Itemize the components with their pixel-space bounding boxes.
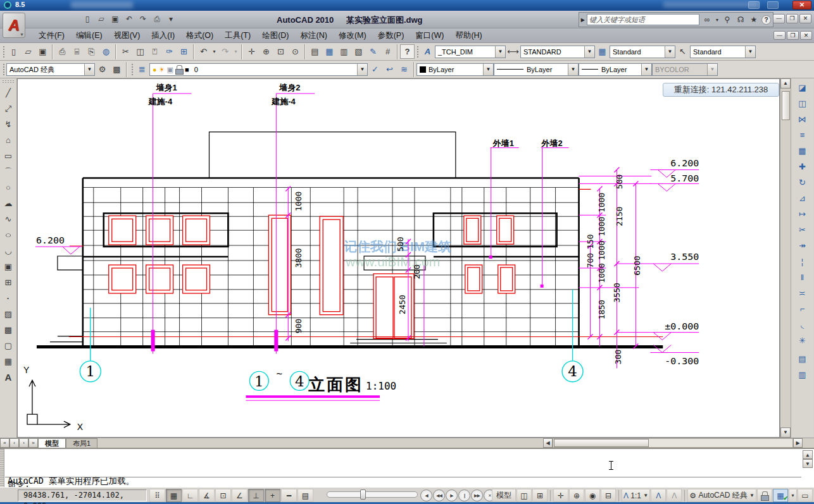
chamfer-button[interactable]: ⌐ <box>794 301 811 317</box>
showmotion-icon[interactable]: ⊟ <box>601 489 616 502</box>
menu-dimension[interactable]: 标注(N) <box>295 29 333 42</box>
table-style-dropdown[interactable]: Standard▼ <box>610 46 675 58</box>
toolbar-grip[interactable] <box>2 63 5 77</box>
my-workspace-icon[interactable]: ▩ <box>110 62 124 77</box>
workspace-switch-button[interactable]: ⚙ AutoCAD 经典 ▼ <box>687 489 756 502</box>
cut-button[interactable]: ✂ <box>118 44 133 59</box>
arc-button[interactable]: ⌒ <box>1 164 16 180</box>
properties-button[interactable]: ▤ <box>308 44 322 59</box>
match-properties-button[interactable]: ✑ <box>162 44 177 59</box>
help-icon[interactable]: ? <box>761 15 771 25</box>
step-back-button[interactable]: ◀ <box>420 489 432 501</box>
circle-button[interactable]: ○ <box>1 180 16 195</box>
designcenter-button[interactable]: ▦ <box>322 44 337 59</box>
stretch-button[interactable]: ↦ <box>794 206 811 222</box>
search-icon[interactable]: ∞ <box>701 14 713 25</box>
break-button[interactable]: ‖ <box>794 269 811 285</box>
chevron-down-icon[interactable]: ▼ <box>568 64 578 75</box>
menu-view[interactable]: 视图(V) <box>108 29 146 42</box>
toolbar-grip[interactable] <box>2 45 5 59</box>
mleader-style-icon[interactable]: ↖ <box>675 44 690 59</box>
layer-on-bulb-icon[interactable]: ● <box>153 66 157 73</box>
forward-button[interactable]: ▶▶ <box>471 489 483 501</box>
text-style-icon[interactable]: A <box>420 44 435 59</box>
point-button[interactable]: · <box>1 290 16 306</box>
command-splitter-handle[interactable] <box>0 449 4 487</box>
ortho-toggle[interactable]: ∟ <box>182 489 198 502</box>
scrollbar-thumb[interactable] <box>782 91 790 120</box>
polygon-button[interactable]: ⌂ <box>1 132 16 148</box>
mleader-style-dropdown[interactable]: Standard▼ <box>690 46 756 58</box>
text-style-dropdown[interactable]: _TCH_DIM▼ <box>435 46 506 58</box>
dim-style-dropdown[interactable]: STANDARD▼ <box>520 46 595 58</box>
fillet-button[interactable]: ◟ <box>794 317 811 333</box>
tool-palettes-button[interactable]: ▥ <box>337 44 351 59</box>
tab-model[interactable]: 模型 <box>38 438 66 448</box>
revision-cloud-button[interactable]: ☁ <box>1 195 16 211</box>
dyn-toggle[interactable]: + <box>265 489 280 502</box>
menu-modify[interactable]: 修改(M) <box>333 29 372 42</box>
undo-button[interactable]: ↶ <box>196 44 211 59</box>
doc-minimize-button[interactable]: — <box>773 31 786 40</box>
chevron-down-icon[interactable]: ▼ <box>584 46 594 58</box>
favorites-star-icon[interactable]: ★ <box>748 14 760 25</box>
redo-button[interactable]: ↷ <box>137 13 149 25</box>
lineweight-dropdown[interactable]: ByLayer▼ <box>579 63 652 76</box>
trim-button[interactable]: ✂ <box>794 222 811 238</box>
steering-wheel-icon[interactable]: ◉ <box>585 489 600 502</box>
offset-button[interactable]: ≡ <box>794 127 811 143</box>
coordinates-readout[interactable]: 98438.761, -27014.102, 0.000 <box>18 489 147 501</box>
hatch-button[interactable]: ▨ <box>1 306 16 322</box>
layer-freeze-sun-icon[interactable]: ☀ <box>159 66 165 73</box>
menu-edit[interactable]: 编辑(E) <box>70 29 108 42</box>
snap-toggle[interactable]: ⠿ <box>149 489 165 502</box>
hscroll-left-icon[interactable]: ◀ <box>543 438 553 448</box>
send-to-back-button[interactable]: ▥ <box>794 367 811 383</box>
copy-button[interactable]: ◫ <box>133 44 147 59</box>
menu-window[interactable]: 窗口(W) <box>410 29 449 42</box>
minimize-button[interactable]: — <box>773 14 785 23</box>
spline-button[interactable]: ∿ <box>1 211 16 227</box>
zoom-realtime-button[interactable]: ⊕ <box>259 44 273 59</box>
toolbar-grip[interactable] <box>130 63 134 77</box>
chevron-down-icon[interactable]: ▼ <box>357 64 367 75</box>
menu-tools[interactable]: 工具(T) <box>219 29 256 42</box>
chevron-down-icon[interactable]: ▼ <box>84 64 94 75</box>
infocenter-search-input[interactable] <box>587 14 699 25</box>
sheetset-manager-button[interactable]: ▧ <box>351 44 366 59</box>
zoom-icon[interactable]: ⊕ <box>569 489 584 502</box>
layer-properties-manager-button[interactable]: ≣ <box>135 62 149 77</box>
redo-button[interactable]: ↷ <box>218 44 232 59</box>
layer-states-button[interactable]: ≋ <box>397 62 411 77</box>
quick-view-layouts-icon[interactable]: ◫ <box>517 489 532 502</box>
polar-toggle[interactable]: ∡ <box>199 489 215 502</box>
clean-screen-button[interactable]: ▭ <box>798 489 813 502</box>
ducs-toggle[interactable]: ⊥ <box>248 489 264 502</box>
tab-layout1[interactable]: 布局1 <box>66 438 97 448</box>
application-menu-button[interactable]: A ▼ <box>3 13 25 38</box>
doc-close-button[interactable]: ✕ <box>800 31 812 40</box>
bring-to-front-button[interactable]: ▤ <box>794 351 811 367</box>
save-button[interactable]: ▣ <box>109 13 122 25</box>
slider-thumb[interactable] <box>360 489 366 500</box>
command-scrollbar[interactable]: ▲ ▼ <box>803 450 813 468</box>
communication-center-icon[interactable]: ☊ <box>735 14 746 25</box>
chevron-down-icon[interactable]: ▼ <box>641 64 651 75</box>
plot-button[interactable]: ⎙ <box>151 13 163 25</box>
extend-button[interactable]: ↠ <box>794 238 811 254</box>
layer-dropdown[interactable]: ● ☀ ▣ ■ 0 ▼ <box>149 63 368 76</box>
command-line-window[interactable]: AutoCAD 菜单实用程序已加载。 Autodesk DWG。 此文件上次由 … <box>0 448 814 487</box>
scroll-up-icon[interactable]: ▲ <box>780 78 791 89</box>
block-editor-button[interactable]: ⊞ <box>177 44 191 59</box>
rewind-button[interactable]: ◀◀ <box>433 489 445 501</box>
scrollbar-thumb[interactable] <box>554 439 649 447</box>
explode-button[interactable]: ✳ <box>794 333 811 348</box>
chevron-down-icon[interactable]: ▼ <box>483 64 493 75</box>
chevron-down-icon[interactable]: ▼ <box>745 46 755 58</box>
erase-button[interactable]: ◪ <box>794 80 811 95</box>
quick-properties-toggle[interactable]: ▤ <box>297 489 313 502</box>
restore-button[interactable]: ❐ <box>786 14 798 23</box>
chevron-down-icon[interactable]: ▼ <box>665 46 675 58</box>
scroll-down-icon[interactable]: ▼ <box>803 459 813 468</box>
ellipse-button[interactable]: ○ <box>0 227 18 243</box>
